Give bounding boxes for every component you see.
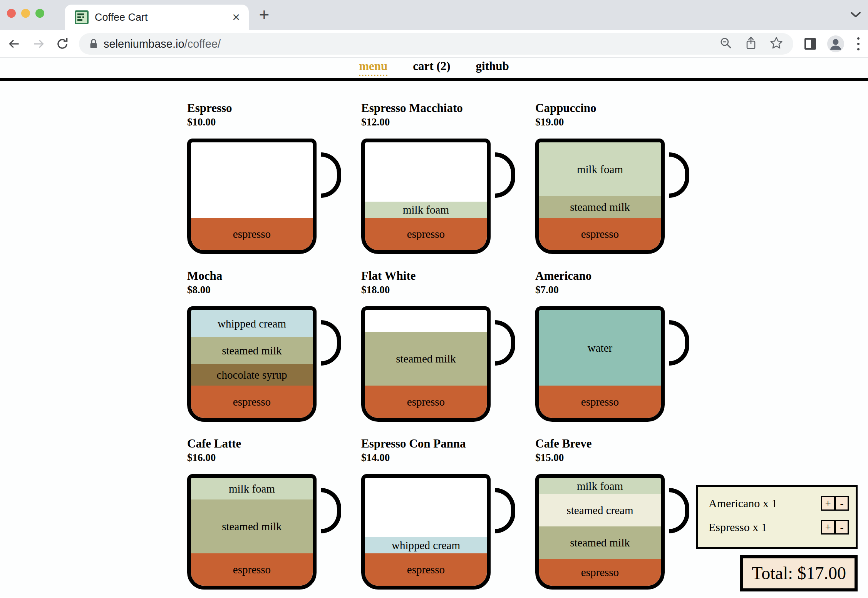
product-card-cafe-latte: Cafe Latte$16.00milk foamsteamed milkesp… [187, 436, 317, 590]
cup-americano[interactable]: waterespresso [535, 306, 665, 422]
product-price-flat-white: $18.00 [361, 283, 491, 296]
close-window-button[interactable] [7, 9, 16, 18]
cup-flat-white[interactable]: steamed milkespresso [361, 306, 491, 422]
url-path: /coffee/ [184, 38, 221, 50]
layer-espresso: espresso [539, 386, 661, 418]
cart-item-label-espresso: Espresso x 1 [709, 521, 767, 534]
cup-body-flat-white: steamed milkespresso [361, 306, 491, 422]
product-price-cappuccino: $19.00 [535, 115, 665, 129]
cup-cappuccino[interactable]: milk foamsteamed milkespresso [535, 139, 665, 254]
remove-one-espresso-button[interactable]: - [835, 520, 849, 535]
forward-button[interactable] [30, 35, 47, 52]
layer-water: water [539, 310, 661, 386]
product-card-cafe-breve: Cafe Breve$15.00milk foamsteamed creamst… [535, 436, 665, 590]
product-name-espresso-macchiato: Espresso Macchiato [361, 101, 491, 115]
layer-steamed_milk: steamed milk [191, 337, 313, 364]
cup-handle [669, 152, 689, 198]
qty-controls-americano: +- [821, 496, 849, 511]
url-text: seleniumbase.io/coffee/ [104, 38, 221, 50]
add-one-americano-button[interactable]: + [821, 496, 835, 511]
product-card-mocha: Mocha$8.00whipped creamsteamed milkchoco… [187, 269, 317, 422]
product-name-cafe-breve: Cafe Breve [535, 436, 665, 451]
cup-body-cafe-breve: milk foamsteamed creamsteamed milkespres… [535, 474, 665, 590]
cup-handle [495, 488, 515, 533]
layer-espresso: espresso [365, 553, 487, 586]
cup-handle [669, 320, 689, 366]
cart-item-label-americano: Americano x 1 [709, 497, 777, 510]
cup-cafe-breve[interactable]: milk foamsteamed creamsteamed milkespres… [535, 474, 665, 590]
layer-steamed_milk: steamed milk [191, 499, 313, 553]
browser-menu-icon[interactable] [857, 37, 860, 50]
zoom-out-icon[interactable] [719, 37, 732, 51]
qty-controls-espresso: +- [821, 520, 849, 535]
cup-handle [321, 152, 341, 198]
cup-body-americano: waterespresso [535, 306, 665, 422]
reload-button[interactable] [54, 35, 71, 52]
layer-espresso: espresso [365, 386, 487, 418]
layer-empty [365, 478, 487, 537]
cup-handle [321, 320, 341, 366]
layer-steamed_milk: steamed milk [365, 332, 487, 386]
cup-mocha[interactable]: whipped creamsteamed milkchocolate syrup… [187, 306, 317, 422]
layer-espresso: espresso [365, 218, 487, 250]
cup-cafe-latte[interactable]: milk foamsteamed milkespresso [187, 474, 317, 590]
cup-body-cappuccino: milk foamsteamed milkespresso [535, 139, 665, 254]
layer-espresso: espresso [539, 559, 661, 586]
menu-grid: Espresso$10.00espressoEspresso Macchiato… [187, 101, 665, 590]
product-card-espresso: Espresso$10.00espresso [187, 101, 317, 254]
product-price-cafe-latte: $16.00 [187, 451, 317, 464]
product-card-espresso-con-panna: Espresso Con Panna$14.00whipped creamesp… [361, 436, 491, 590]
add-one-espresso-button[interactable]: + [821, 520, 835, 535]
product-name-mocha: Mocha [187, 269, 317, 283]
nav-link-cart[interactable]: cart (2) [413, 59, 450, 76]
product-price-espresso: $10.00 [187, 115, 317, 129]
cart-item-espresso: Espresso x 1+- [709, 518, 849, 536]
layer-espresso: espresso [191, 553, 313, 586]
product-price-espresso-con-panna: $14.00 [361, 451, 491, 464]
minimize-window-button[interactable] [21, 9, 30, 18]
product-name-cafe-latte: Cafe Latte [187, 436, 317, 451]
layer-steamed_milk: steamed milk [539, 526, 661, 559]
layer-whipped_cream: whipped cream [365, 537, 487, 553]
side-panel-icon[interactable] [804, 38, 816, 52]
close-tab-icon[interactable]: ✕ [232, 12, 240, 22]
product-price-cafe-breve: $15.00 [535, 451, 665, 464]
layer-empty [191, 142, 313, 218]
share-icon[interactable] [745, 36, 757, 52]
tab-strip: Coffee Cart ✕ + [0, 0, 868, 30]
cup-body-espresso-con-panna: whipped creamespresso [361, 474, 491, 590]
layer-empty [365, 142, 487, 202]
product-card-espresso-macchiato: Espresso Macchiato$12.00milk foamespress… [361, 101, 491, 254]
product-card-cappuccino: Cappuccino$19.00milk foamsteamed milkesp… [535, 101, 665, 254]
nav-link-menu[interactable]: menu [359, 59, 387, 76]
tab-search-chevron-icon[interactable] [850, 12, 861, 19]
cup-espresso[interactable]: espresso [187, 139, 317, 254]
layer-milk_foam: milk foam [539, 142, 661, 196]
cup-espresso-macchiato[interactable]: milk foamespresso [361, 139, 491, 254]
layer-steamed_cream: steamed cream [539, 494, 661, 526]
tab-title: Coffee Cart [95, 12, 232, 23]
fullscreen-window-button[interactable] [35, 9, 44, 18]
layer-espresso: espresso [539, 218, 661, 250]
product-name-americano: Americano [535, 269, 665, 283]
layer-chocolate_syrup: chocolate syrup [191, 364, 313, 386]
cup-espresso-con-panna[interactable]: whipped creamespresso [361, 474, 491, 590]
browser-tab[interactable]: Coffee Cart ✕ [65, 5, 249, 30]
cup-handle [495, 152, 515, 198]
product-name-espresso-con-panna: Espresso Con Panna [361, 436, 491, 451]
nav-link-github[interactable]: github [476, 59, 509, 76]
layer-whipped_cream: whipped cream [191, 310, 313, 337]
total-button[interactable]: Total: $17.00 [740, 555, 858, 591]
cart-item-americano: Americano x 1+- [709, 494, 849, 512]
cart-preview: Americano x 1+-Espresso x 1+- [696, 485, 858, 549]
lock-icon[interactable] [89, 38, 98, 50]
cup-handle [669, 488, 689, 533]
product-price-espresso-macchiato: $12.00 [361, 115, 491, 129]
address-bar[interactable]: seleniumbase.io/coffee/ [79, 33, 793, 55]
profile-avatar[interactable] [827, 35, 844, 54]
layer-milk_foam: milk foam [365, 202, 487, 218]
bookmark-star-icon[interactable] [769, 36, 783, 52]
new-tab-button[interactable]: + [255, 5, 273, 24]
remove-one-americano-button[interactable]: - [835, 496, 849, 511]
back-button[interactable] [6, 35, 23, 52]
